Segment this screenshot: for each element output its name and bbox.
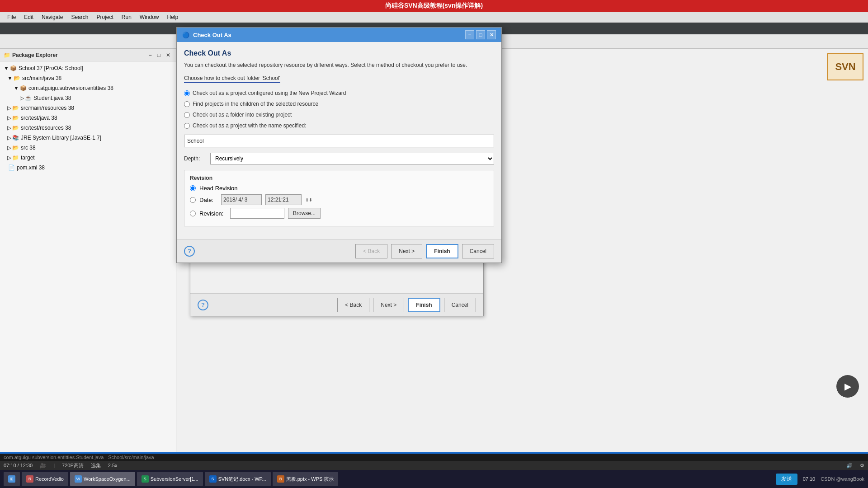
taskbar-item-svn[interactable]: S SubversionServer[1... (137, 472, 203, 486)
project-name-input[interactable] (184, 135, 494, 147)
folder-icon: 📂 (12, 125, 19, 131)
status-text: com.atguigu subversion.entitties.Student… (4, 455, 154, 460)
option-2-radio[interactable] (184, 101, 190, 107)
record-icon: 🎥 (40, 463, 46, 469)
menu-bar: File Edit Navigate Search Project Run Wi… (0, 12, 868, 23)
package-explorer-title: Package Explorer (12, 52, 58, 58)
date-input[interactable] (221, 194, 262, 205)
minimize-icon[interactable]: − (147, 52, 154, 58)
head-revision-label: Head Revision (199, 185, 238, 192)
resolution-label: 720P高清 (62, 462, 84, 469)
expand-icon: ▼ (14, 85, 19, 91)
top-banner: 尚硅谷SVN高级教程(svn操作详解) (0, 0, 868, 12)
time-input[interactable] (265, 194, 302, 205)
list-item[interactable]: ▷ 📂 src/main/resources 38 (0, 103, 176, 113)
tree-item-label: com.atguigu.subversion.entitties 38 (28, 85, 113, 91)
option-2[interactable]: Find projects in the children of the sel… (184, 99, 494, 109)
revision-row: Revision: Browse... (190, 208, 488, 219)
head-revision-row: Head Revision (190, 185, 488, 192)
system-tray-time: 07:10 (803, 476, 816, 482)
option-3[interactable]: Check out as a folder into existing proj… (184, 109, 494, 120)
taskbar-eclipse-label: WorkSpaceOxygen... (84, 476, 131, 482)
depth-select[interactable]: Recursively (210, 153, 494, 164)
option-4[interactable]: Check out as a project with the name spe… (184, 120, 494, 131)
list-item[interactable]: ▷ 📂 src/test/resources 38 (0, 123, 176, 133)
package-icon: 📦 (20, 85, 27, 91)
close-panel-icon[interactable]: ✕ (164, 52, 172, 58)
finish-button-behind[interactable]: Finish (408, 298, 440, 312)
revision-radio[interactable] (190, 211, 196, 216)
settings-icon: ⚙ (860, 463, 864, 469)
banner-text: 尚硅谷SVN高级教程(svn操作详解) (385, 2, 483, 10)
menu-item-search[interactable]: Search (67, 13, 92, 21)
date-radio[interactable] (190, 197, 196, 203)
next-button[interactable]: Next > (391, 244, 422, 258)
help-button[interactable]: ? (184, 246, 195, 257)
record-app-icon: R (26, 475, 33, 483)
taskbar-item-eclipse[interactable]: W WorkSpaceOxygen... (70, 472, 135, 486)
menu-item-edit[interactable]: Edit (20, 13, 37, 21)
section-label: Choose how to check out folder 'School' (184, 75, 280, 83)
taskbar-item-record[interactable]: R RecordVedio (22, 472, 68, 486)
expand-icon: ▷ (7, 105, 11, 111)
recording-indicator[interactable]: ▶ (836, 375, 859, 398)
finish-button[interactable]: Finish (426, 244, 458, 258)
menu-item-navigate[interactable]: Navigate (38, 13, 66, 21)
dialog-footer: ? < Back Next > Finish Cancel (177, 239, 501, 263)
folder-icon: 📂 (14, 75, 20, 81)
tree-item-label: src/main/resources 38 (21, 105, 74, 111)
cancel-button[interactable]: Cancel (462, 244, 494, 258)
list-item[interactable]: ▼ 📂 src/main/java 38 (0, 73, 176, 83)
head-revision-radio[interactable] (190, 185, 196, 191)
tree-item-label: src/main/java 38 (22, 75, 61, 81)
taskbar-pptx-label: 黑板.pptx - WPS 演示 (286, 476, 334, 483)
list-item[interactable]: ▷ 📚 JRE System Library [JavaSE-1.7] (0, 133, 176, 143)
taskbar-item-pptx[interactable]: B 黑板.pptx - WPS 演示 (273, 472, 339, 486)
collection-label: 选集 (91, 462, 101, 469)
speed-label: 2.5x (108, 463, 118, 468)
csdn-label: CSDN @wangBook (821, 476, 864, 482)
list-item[interactable]: ▷ ☕ Student.java 38 (0, 93, 176, 103)
list-item[interactable]: ▼ 📦 com.atguigu.subversion.entitties 38 (0, 83, 176, 93)
volume-icon: 🔊 (846, 463, 853, 469)
menu-item-run[interactable]: Run (118, 13, 135, 21)
option-1[interactable]: Check out as a project configured using … (184, 88, 494, 99)
panel-header: 📁 Package Explorer − □ ✕ (0, 49, 176, 61)
list-item[interactable]: 📄 pom.xml 38 (0, 163, 176, 173)
back-button[interactable]: < Back (355, 244, 387, 258)
progress-bar (0, 452, 868, 454)
list-item[interactable]: ▷ 📁 target (0, 153, 176, 163)
menu-item-window[interactable]: Window (136, 13, 163, 21)
date-label: Date: (199, 197, 217, 203)
dialog-main-title: Check Out As (184, 49, 494, 57)
tree-item-label: src/test/resources 38 (21, 125, 71, 131)
dialog-description: You can checkout the selected repository… (184, 61, 494, 69)
expand-icon: ▷ (7, 155, 11, 161)
xml-icon: 📄 (8, 164, 15, 171)
dialog-minimize-button[interactable]: − (465, 30, 474, 39)
taskbar-item-docx[interactable]: S SVN笔记.docx - WP... (205, 472, 271, 486)
menu-item-file[interactable]: File (4, 13, 19, 21)
menu-item-help[interactable]: Help (164, 13, 182, 21)
dialog-icon: 🔵 (182, 32, 189, 38)
tree-root[interactable]: ▼ 📦 School 37 [ProOA: School] (0, 63, 176, 73)
dialog-maximize-button[interactable]: □ (476, 30, 485, 39)
option-4-radio[interactable] (184, 123, 190, 129)
revision-input[interactable] (230, 208, 284, 219)
maximize-icon[interactable]: □ (156, 52, 162, 58)
taskbar-start[interactable]: ⊞ (4, 472, 20, 486)
cancel-button-behind[interactable]: Cancel (444, 298, 476, 312)
list-item[interactable]: ▷ 📂 src 38 (0, 143, 176, 153)
help-icon-behind[interactable]: ? (198, 300, 208, 310)
option-1-label: Check out as a project configured using … (193, 90, 346, 96)
dialog-close-button[interactable]: ✕ (487, 30, 496, 39)
option-3-radio[interactable] (184, 112, 190, 118)
list-item[interactable]: ▷ 📂 src/test/java 38 (0, 113, 176, 123)
next-button-behind[interactable]: Next > (373, 298, 404, 312)
browse-button[interactable]: Browse... (288, 208, 321, 219)
expand-icon: ▼ (7, 75, 13, 81)
menu-item-project[interactable]: Project (93, 13, 117, 21)
back-button-behind[interactable]: < Back (337, 298, 369, 312)
send-button[interactable]: 发送 (776, 474, 797, 485)
option-1-radio[interactable] (184, 90, 190, 96)
